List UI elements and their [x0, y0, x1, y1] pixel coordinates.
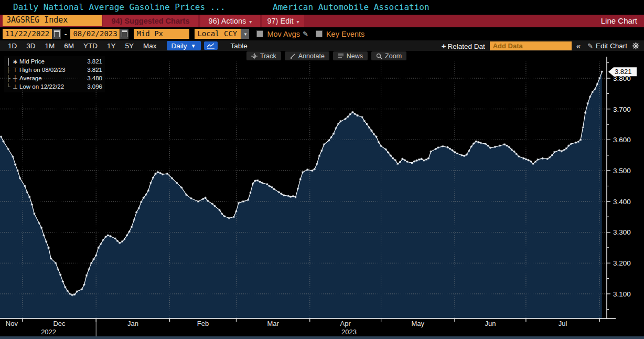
- calendar-button[interactable]: [52, 29, 61, 39]
- svg-text:May: May: [412, 320, 425, 327]
- key-events-checkbox[interactable]: [316, 30, 323, 37]
- zoom-label: Zoom: [385, 52, 402, 60]
- year-labels: 20222023: [41, 328, 357, 336]
- zoom-button[interactable]: Zoom: [371, 51, 406, 60]
- security-field[interactable]: 3AGSREG Index: [3, 15, 102, 26]
- svg-text:Jun: Jun: [485, 320, 496, 327]
- date-range-separator: -: [63, 30, 68, 38]
- legend-label: High on 08/02/23: [19, 67, 81, 73]
- tree-branch: ├: [6, 67, 11, 73]
- svg-text:3.700: 3.700: [613, 105, 631, 113]
- mov-avgs-label: Mov Avgs: [267, 30, 300, 38]
- chevron-down-icon: ▼: [191, 43, 196, 49]
- actions-label: 96) Actions: [209, 17, 246, 25]
- legend-row-high: ├ ⊤ High on 08/02/23 3.821: [6, 66, 102, 74]
- line-chart-type-button[interactable]: [204, 41, 218, 50]
- table-view-button[interactable]: Table: [226, 42, 252, 50]
- mov-avgs-checkbox[interactable]: [256, 30, 263, 37]
- annotate-button[interactable]: Annotate: [285, 51, 329, 60]
- tree-branch: └: [6, 83, 11, 90]
- tree-branch: ├: [6, 75, 11, 82]
- date-from-field[interactable]: 11/22/2022: [3, 29, 52, 39]
- add-data-input[interactable]: Add Data: [490, 41, 572, 50]
- period-tab-6m[interactable]: 6M: [59, 42, 79, 50]
- svg-text:Feb: Feb: [197, 320, 209, 327]
- frequency-dropdown[interactable]: Daily ▼: [167, 41, 201, 50]
- period-tab-max[interactable]: Max: [138, 42, 162, 50]
- y-tick-labels: 3.1003.2003.3003.4003.5003.6003.7003.800: [607, 63, 631, 310]
- title-row: Daily National Average Gasoline Prices .…: [0, 0, 644, 15]
- news-button[interactable]: News: [333, 51, 368, 60]
- pencil-icon[interactable]: ✎: [303, 30, 308, 38]
- period-tab-3d[interactable]: 3D: [22, 42, 40, 50]
- period-tab-1m[interactable]: 1M: [40, 42, 60, 50]
- legend-label: Average: [19, 75, 81, 81]
- svg-text:3.200: 3.200: [613, 259, 631, 267]
- crosshair-icon: [251, 53, 257, 59]
- currency-dropdown-button[interactable]: ▾: [241, 29, 249, 39]
- news-label: News: [347, 52, 363, 60]
- period-tab-1y[interactable]: 1Y: [102, 42, 121, 50]
- legend-row-low: └ ⊥ Low on 12/22/22 3.096: [6, 82, 102, 91]
- svg-text:3.400: 3.400: [613, 198, 631, 206]
- high-whisker-icon: ⊤: [11, 67, 19, 73]
- low-whisker-icon: ⊥: [11, 83, 19, 90]
- x-ticks: [23, 319, 600, 336]
- calendar-icon: [122, 30, 127, 37]
- month-labels: NovDecJanFebMarAprMayJunJul: [6, 320, 567, 327]
- svg-text:Mar: Mar: [267, 320, 279, 327]
- news-icon: [338, 53, 344, 59]
- collapse-chevrons-button[interactable]: «: [576, 41, 580, 50]
- chart-legend: ∗ Mid Price 3.821 ├ ⊤ High on 08/02/23 3…: [4, 56, 105, 92]
- svg-text:3.500: 3.500: [613, 167, 631, 175]
- legend-label: Low on 12/22/22: [19, 83, 81, 90]
- svg-text:2022: 2022: [41, 328, 56, 336]
- period-tab-5y[interactable]: 5Y: [121, 42, 139, 50]
- chevron-down-icon: ▾: [249, 19, 252, 25]
- range-bar: 1D 3D 1M 6M YTD 1Y 5Y Max Daily ▼ Table …: [0, 40, 644, 51]
- period-tab-ytd[interactable]: YTD: [79, 42, 102, 50]
- svg-text:2023: 2023: [341, 328, 357, 336]
- legend-collapse-box[interactable]: [6, 58, 11, 65]
- track-button[interactable]: Track: [246, 51, 281, 60]
- actions-menu-button[interactable]: 96) Actions▾: [200, 15, 260, 27]
- source-title: American Automobile Association: [273, 2, 430, 12]
- bottom-strip: [0, 336, 644, 339]
- star-marker-icon: ∗: [11, 58, 19, 66]
- legend-row-average: ├ ┼ Average 3.480: [6, 74, 102, 82]
- bloomberg-terminal-window: Daily National Average Gasoline Prices .…: [0, 0, 644, 339]
- magnifier-icon: [376, 53, 382, 59]
- suggested-charts-button[interactable]: 94) Suggested Charts: [103, 15, 198, 27]
- calendar-button[interactable]: [120, 29, 128, 39]
- period-tab-1d[interactable]: 1D: [3, 42, 22, 50]
- related-data-button[interactable]: +Related Dat: [442, 41, 485, 50]
- chevron-down-icon: ▾: [296, 19, 299, 25]
- edit-chart-button[interactable]: ✎ Edit Chart: [585, 42, 627, 50]
- legend-value: 3.821: [81, 67, 102, 73]
- related-data-label: Related Dat: [447, 43, 485, 50]
- currency-select[interactable]: Local CCY: [195, 29, 241, 39]
- chart-toolbar: Track Annotate News Zoom: [246, 51, 406, 60]
- view-name: Line Chart: [601, 15, 637, 27]
- svg-text:3.600: 3.600: [613, 136, 631, 144]
- last-price-badge: 3.821: [608, 67, 637, 76]
- frequency-label: Daily: [171, 42, 187, 50]
- legend-value: 3.821: [81, 58, 102, 65]
- svg-text:3.100: 3.100: [613, 290, 631, 298]
- range-bar-right-cluster: +Related Dat Add Data « ✎ Edit Chart: [442, 41, 644, 50]
- command-bar: 3AGSREG Index 94) Suggested Charts 96) A…: [0, 15, 644, 27]
- svg-text:Nov: Nov: [6, 320, 18, 327]
- annotate-pencil-icon: [289, 53, 296, 59]
- legend-value: 3.480: [81, 75, 102, 81]
- date-to-field[interactable]: 08/02/2023: [70, 29, 120, 39]
- price-field-select[interactable]: Mid Px: [134, 29, 189, 39]
- svg-text:3.821: 3.821: [615, 68, 632, 76]
- price-chart-canvas[interactable]: 3.1003.2003.3003.4003.5003.6003.7003.800…: [0, 51, 644, 339]
- svg-text:Jan: Jan: [127, 320, 138, 327]
- svg-text:Apr: Apr: [340, 320, 351, 327]
- page-title: Daily National Average Gasoline Prices .…: [13, 2, 226, 12]
- annotate-label: Annotate: [298, 52, 325, 60]
- edit-menu-button[interactable]: 97) Edit▾: [262, 15, 304, 27]
- line-chart-icon: [207, 43, 215, 49]
- gear-icon[interactable]: [632, 42, 640, 50]
